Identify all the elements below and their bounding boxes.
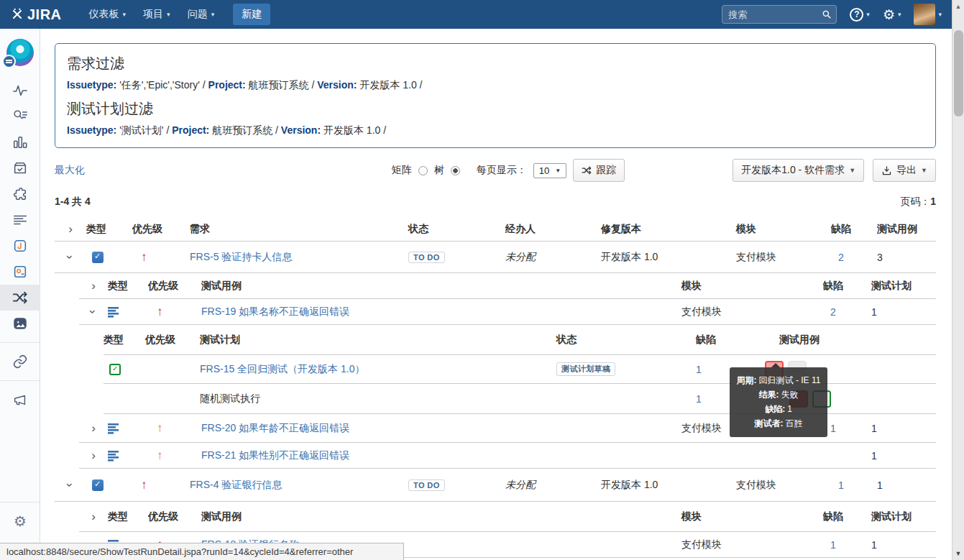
expand-all-icon[interactable]: › bbox=[91, 510, 96, 523]
test-plan-count: 1 bbox=[853, 423, 936, 434]
task-type-icon bbox=[92, 479, 104, 491]
vertical-scrollbar[interactable]: ▲ ▼ bbox=[952, 0, 964, 560]
tooltip-cycle-value: 回归测试 - IE 11 bbox=[759, 375, 821, 385]
defect-count-link[interactable]: 2 bbox=[838, 252, 844, 263]
defect-count-link[interactable]: 1 bbox=[830, 539, 836, 551]
col-test-plan: 测试计划 bbox=[194, 334, 542, 346]
col-defects: 缺陷 bbox=[814, 280, 853, 293]
matrix-radio[interactable] bbox=[418, 166, 428, 175]
defect-count-link[interactable]: 2 bbox=[830, 306, 836, 318]
col-test-cases: 测试用例 bbox=[858, 223, 936, 236]
text-lines-icon bbox=[12, 212, 28, 228]
testplans-header-row: 类型 优先级 测试计划 状态 缺陷 测试用例 bbox=[104, 325, 936, 355]
collapse-row-icon[interactable]: › bbox=[64, 255, 76, 260]
module-value: 支付模块 bbox=[667, 306, 814, 318]
sidebar-item-settings[interactable]: ⚙ bbox=[0, 508, 40, 534]
col-status: 状态 bbox=[394, 223, 491, 236]
sidebar-item-contacts[interactable] bbox=[0, 259, 40, 285]
jira-logo[interactable]: JIRA bbox=[10, 6, 62, 23]
col-module: 模块 bbox=[722, 223, 824, 236]
defect-count-link[interactable]: 1 bbox=[696, 393, 702, 405]
create-button[interactable]: 新建 bbox=[233, 4, 270, 25]
expand-all-icon[interactable]: › bbox=[91, 280, 96, 292]
expand-row-icon[interactable]: › bbox=[91, 422, 96, 434]
filter-label: Project: bbox=[172, 124, 209, 136]
test-plan-count: 1 bbox=[853, 539, 936, 551]
defect-count-link[interactable]: 1 bbox=[838, 479, 844, 491]
sidebar-item-releases[interactable] bbox=[0, 155, 40, 181]
status-badge: TO DO bbox=[408, 252, 445, 263]
search-icon[interactable] bbox=[822, 9, 832, 19]
menu-issues[interactable]: 问题 ▾ bbox=[188, 8, 215, 21]
sidebar-item-components[interactable] bbox=[0, 181, 40, 207]
module-value: 支付模块 bbox=[722, 479, 824, 492]
col-requirement: 需求 bbox=[170, 223, 394, 236]
expand-row-icon[interactable]: › bbox=[91, 449, 96, 462]
search-input[interactable] bbox=[722, 5, 837, 24]
sidebar-item-links[interactable] bbox=[0, 349, 40, 375]
defect-count-link[interactable]: 1 bbox=[830, 423, 836, 434]
fix-version-value: 开发版本 1.0 bbox=[587, 251, 722, 264]
page-label: 页码： bbox=[900, 196, 930, 207]
version-dropdown-button[interactable]: 开发版本1.0 - 软件需求 ▼ bbox=[733, 159, 864, 182]
sidebar-divider bbox=[0, 342, 40, 343]
status-url: localhost:8848/secure/ShowTestRunDetail.… bbox=[6, 546, 353, 557]
issue-link[interactable]: FRS-21 如果性别不正确返回错误 bbox=[201, 449, 349, 462]
export-button-label: 导出 bbox=[896, 164, 917, 177]
col-defects: 缺陷 bbox=[824, 223, 858, 236]
sidebar-item-journal[interactable] bbox=[0, 233, 40, 259]
test-plan-type-icon bbox=[109, 364, 121, 375]
project-avatar-badge bbox=[2, 55, 16, 68]
collapse-row-icon[interactable]: › bbox=[87, 310, 99, 314]
expand-all-icon[interactable]: › bbox=[68, 223, 73, 235]
issue-link[interactable]: FRS-19 如果名称不正确返回错误 bbox=[201, 306, 349, 318]
download-icon bbox=[881, 165, 892, 176]
shuffle-icon bbox=[12, 290, 28, 306]
scroll-up-button[interactable]: ▲ bbox=[952, 0, 964, 13]
tooltip-defects-value: 1 bbox=[787, 404, 792, 414]
maximize-link[interactable]: 最大化 bbox=[55, 164, 85, 177]
project-sidebar: ⚙ bbox=[0, 29, 40, 560]
trace-button[interactable]: 跟踪 bbox=[573, 159, 625, 182]
col-priority: 优先级 bbox=[148, 280, 196, 293]
app-window: JIRA 仪表板 ▾ 项目 ▾ 问题 ▾ 新建 ? ▾ bbox=[0, 0, 964, 560]
sidebar-item-traceability[interactable] bbox=[0, 285, 40, 311]
activity-icon bbox=[12, 83, 28, 98]
scrollbar-thumb[interactable] bbox=[954, 30, 963, 116]
priority-high-icon: ↑ bbox=[157, 449, 163, 462]
per-page-select[interactable]: 10 ▼ bbox=[533, 163, 566, 178]
collapse-row-icon[interactable]: › bbox=[64, 483, 76, 487]
col-module: 模块 bbox=[667, 280, 814, 293]
issue-link[interactable]: FRS-15 全回归测试（开发版本 1.0） bbox=[200, 363, 364, 376]
defect-count-link[interactable]: 1 bbox=[696, 364, 702, 375]
sidebar-item-media[interactable] bbox=[0, 311, 40, 336]
filter-label: Version: bbox=[317, 79, 357, 91]
sidebar-item-summary[interactable] bbox=[0, 207, 40, 233]
issue-link[interactable]: FRS-20 如果年龄不正确返回错误 bbox=[201, 422, 349, 435]
search-list-icon bbox=[12, 109, 28, 124]
sidebar-item-announcements[interactable] bbox=[0, 387, 40, 413]
filter-value: 航班预订系统 / bbox=[249, 79, 315, 91]
col-assignee: 经办人 bbox=[491, 223, 587, 236]
tooltip-tester-label: 测试者: bbox=[755, 418, 784, 428]
tooltip-result-value: 失败 bbox=[781, 390, 799, 400]
sidebar-item-reports[interactable] bbox=[0, 129, 40, 155]
sidebar-item-activity[interactable] bbox=[0, 78, 40, 104]
menu-dashboards[interactable]: 仪表板 ▾ bbox=[89, 8, 127, 21]
project-avatar[interactable] bbox=[6, 39, 34, 66]
scroll-down-button[interactable]: ▼ bbox=[952, 547, 964, 560]
tooltip-tester-line: 测试者:百胜 bbox=[735, 416, 822, 431]
menu-dashboards-label: 仪表板 bbox=[89, 8, 119, 21]
menu-projects[interactable]: 项目 ▾ bbox=[143, 8, 170, 21]
chevron-down-icon: ▼ bbox=[849, 167, 855, 174]
sidebar-item-issue-search[interactable] bbox=[0, 104, 40, 129]
admin-menu[interactable]: ⚙ ▾ bbox=[883, 8, 901, 22]
issue-link[interactable]: FRS-5 验证持卡人信息 bbox=[190, 251, 292, 264]
issue-link[interactable]: FRS-4 验证银行信息 bbox=[190, 479, 282, 492]
help-menu[interactable]: ? ▾ bbox=[850, 8, 870, 22]
export-button[interactable]: 导出 ▼ bbox=[873, 159, 936, 182]
tree-radio[interactable] bbox=[451, 166, 460, 175]
user-menu[interactable]: ▾ bbox=[914, 4, 942, 25]
module-value: 支付模块 bbox=[722, 251, 824, 264]
page-number[interactable]: 1 bbox=[930, 196, 936, 207]
